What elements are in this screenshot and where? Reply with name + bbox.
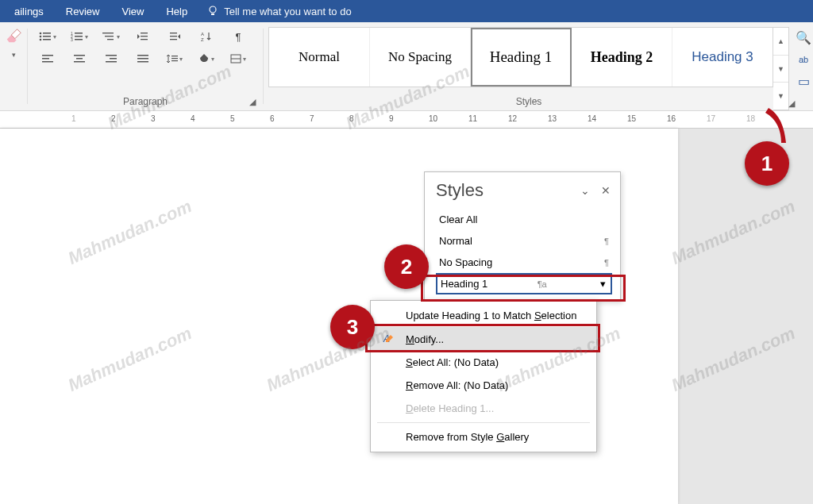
numbering-button[interactable]: 123▾ — [66, 27, 93, 46]
align-center-button[interactable] — [66, 49, 93, 68]
decrease-indent-button[interactable] — [129, 27, 156, 46]
paragraph-dialog-launcher[interactable]: ◢ — [247, 96, 258, 107]
align-right-button[interactable] — [98, 49, 125, 68]
svg-rect-2 — [43, 33, 51, 34]
menu-tab-review[interactable]: Review — [55, 2, 111, 21]
borders-button[interactable]: ▾ — [225, 49, 252, 68]
styles-pane-item[interactable]: No Spacing¶ — [436, 252, 612, 273]
svg-rect-6 — [43, 39, 51, 40]
horizontal-ruler[interactable]: 123456789101112131415161718 — [0, 111, 813, 129]
modify-style-icon: A — [383, 333, 395, 345]
multilevel-list-button[interactable]: ▾ — [98, 27, 125, 46]
ctx-remove-all[interactable]: Remove All: (No Data) — [371, 374, 596, 397]
shading-button[interactable]: ▾ — [193, 49, 220, 68]
svg-rect-35 — [137, 61, 148, 63]
svg-text:A: A — [201, 32, 204, 37]
callout-1: 1 — [745, 141, 789, 186]
justify-button[interactable] — [129, 49, 156, 68]
tell-me-label: Tell me what you want to do — [224, 6, 351, 17]
sort-button[interactable]: AZ — [193, 27, 220, 46]
svg-rect-20 — [170, 36, 177, 37]
svg-rect-36 — [171, 56, 178, 56]
svg-rect-28 — [76, 58, 83, 60]
svg-point-0 — [210, 6, 216, 13]
align-left-button[interactable] — [34, 49, 61, 68]
replace-icon[interactable]: ab — [799, 55, 808, 64]
ribbon-clipboard-group: ▾ — [0, 22, 27, 110]
svg-rect-32 — [106, 61, 117, 63]
ribbon: ▾ ▾ 123▾ ▾ AZ ¶ ▾ ▾ ▾ Paragraph ◢ Normal… — [0, 22, 813, 111]
svg-rect-29 — [74, 61, 85, 63]
svg-rect-26 — [42, 61, 53, 63]
svg-point-5 — [40, 39, 42, 41]
svg-rect-17 — [141, 36, 148, 37]
svg-point-3 — [40, 36, 42, 38]
svg-rect-8 — [75, 33, 83, 34]
show-paragraph-marks-button[interactable]: ¶ — [225, 27, 252, 46]
style-cell-nospacing[interactable]: No Spacing — [370, 28, 471, 87]
styles-pane-close-icon[interactable]: ✕ — [601, 184, 611, 197]
svg-point-1 — [40, 33, 42, 35]
svg-rect-33 — [137, 55, 148, 56]
ctx-modify[interactable]: A Modify... — [371, 327, 596, 351]
select-icon[interactable]: ▭ — [798, 74, 810, 89]
callout-2: 2 — [384, 244, 429, 289]
styles-pane-item[interactable]: Clear All — [436, 209, 612, 230]
styles-pane-title: Styles — [436, 180, 484, 201]
menu-tab-view[interactable]: View — [110, 2, 155, 21]
svg-rect-16 — [141, 33, 148, 33]
svg-rect-13 — [102, 33, 114, 33]
bullets-button[interactable]: ▾ — [34, 27, 61, 46]
styles-pane-item[interactable]: Normal¶ — [436, 230, 612, 252]
svg-rect-38 — [171, 60, 178, 61]
eraser-icon[interactable] — [5, 27, 22, 44]
callout-3: 3 — [330, 305, 375, 349]
svg-rect-27 — [74, 55, 85, 56]
styles-pane-item-dropdown[interactable]: ▾ — [596, 278, 609, 290]
menu-bar: ailings Review View Help Tell me what yo… — [0, 0, 813, 22]
svg-rect-18 — [141, 39, 148, 40]
styles-pane-item[interactable]: Heading 1¶a▾ — [436, 273, 612, 294]
find-icon[interactable]: 🔍 — [796, 30, 811, 45]
svg-rect-10 — [75, 36, 83, 37]
ribbon-styles-group: NormalNo SpacingHeading 1Heading 2Headin… — [264, 22, 794, 110]
svg-text:Z: Z — [201, 37, 204, 42]
paragraph-group-label: Paragraph — [28, 96, 263, 107]
svg-text:3: 3 — [71, 37, 73, 42]
ctx-select-all[interactable]: Select All: (No Data) — [371, 351, 596, 374]
ctx-delete-style: Delete Heading 1... — [371, 397, 596, 420]
style-cell-normal[interactable]: Normal — [269, 28, 370, 87]
styles-group-label: Styles — [264, 96, 794, 107]
svg-rect-19 — [170, 33, 177, 33]
svg-rect-31 — [110, 58, 117, 60]
clear-format-dropdown[interactable]: ▾ — [12, 51, 16, 59]
menu-tab-mailings[interactable]: ailings — [3, 2, 55, 21]
svg-rect-34 — [137, 58, 148, 60]
style-cell-heading1[interactable]: Heading 1 — [471, 28, 572, 87]
tell-me-search[interactable]: Tell me what you want to do — [206, 5, 351, 17]
svg-rect-24 — [42, 55, 53, 56]
gallery-scroll-up[interactable]: ▲ — [773, 28, 788, 56]
lightbulb-icon — [206, 5, 219, 17]
styles-gallery: NormalNo SpacingHeading 1Heading 2Headin… — [268, 27, 773, 87]
style-context-menu: Update Heading 1 to Match Selection A Mo… — [370, 300, 597, 452]
ctx-update-to-match[interactable]: Update Heading 1 to Match Selection — [371, 304, 596, 327]
styles-dialog-launcher[interactable]: ◢ — [786, 98, 797, 109]
ctx-remove-from-gallery[interactable]: Remove from Style Gallery — [371, 425, 596, 448]
svg-rect-25 — [42, 58, 49, 60]
menu-tab-help[interactable]: Help — [155, 2, 198, 21]
svg-rect-12 — [75, 39, 83, 40]
gallery-scroll-down[interactable]: ▼ — [773, 56, 788, 83]
line-spacing-button[interactable]: ▾ — [161, 49, 188, 68]
style-cell-heading2[interactable]: Heading 2 — [572, 28, 672, 87]
svg-rect-14 — [105, 36, 114, 37]
svg-rect-37 — [171, 58, 178, 59]
document-canvas: Styles ⌄ ✕ Clear AllNormal¶No Spacing¶He… — [0, 129, 813, 504]
increase-indent-button[interactable] — [161, 27, 188, 46]
svg-rect-4 — [43, 36, 51, 37]
styles-pane-collapse-icon[interactable]: ⌄ — [580, 184, 590, 197]
svg-rect-15 — [107, 39, 114, 40]
styles-pane-list: Clear AllNormal¶No Spacing¶Heading 1¶a▾ — [425, 206, 620, 301]
style-cell-heading3[interactable]: Heading 3 — [672, 28, 773, 87]
ribbon-paragraph-group: ▾ 123▾ ▾ AZ ¶ ▾ ▾ ▾ Paragraph ◢ — [28, 22, 263, 110]
